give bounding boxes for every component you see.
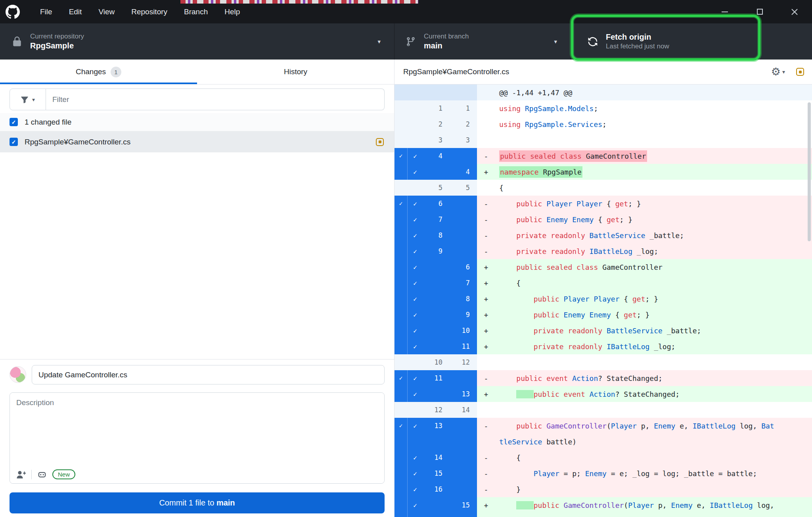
diff-group-checkbox[interactable] [395,323,408,338]
filter-button[interactable]: ▾ [10,88,46,110]
diff-line-checkbox[interactable]: ✓ [408,243,423,259]
commit-button[interactable]: Commit 1 file to main [10,492,385,513]
diff-code-cell [495,132,812,148]
diff-row: 33 [395,132,812,148]
diff-scrollbar-thumb[interactable] [808,102,811,241]
diff-code-cell: using RpgSample.Services; [495,116,812,132]
diff-line-checkbox[interactable]: ✓ [408,164,423,180]
diff-group-checkbox[interactable] [395,164,408,180]
diff-line-checkbox[interactable]: ✓ [408,148,423,164]
diff-line-checkbox[interactable]: ✓ [408,323,423,338]
diff-row: ✓7- public Enemy Enemy { get; } [395,211,812,227]
diff-old-line-number: 3 [423,132,446,148]
diff-group-checkbox[interactable]: ✓ [395,370,408,386]
diff-line-checkbox[interactable]: ✓ [408,386,423,402]
diff-row: ✓14- { [395,450,812,465]
diff-group-checkbox[interactable] [395,211,408,227]
diff-code-cell: public GameController(Player p, Enemy e,… [495,418,812,434]
diff-line-checkbox[interactable]: ✓ [408,465,423,481]
diff-group-checkbox[interactable] [395,481,408,497]
diff-line-checkbox[interactable]: ✓ [408,450,423,465]
diff-group-checkbox[interactable] [395,307,408,323]
minimize-button[interactable] [707,0,742,23]
diff-group-checkbox[interactable] [395,434,408,450]
diff-line-checkbox[interactable]: ✓ [408,338,423,354]
diff-old-line-number [423,259,446,275]
diff-group-checkbox[interactable] [395,497,408,513]
current-repository-button[interactable]: Current repository RpgSample ▾ [0,23,395,60]
diff-code-cell: { [495,180,812,196]
diff-new-line-number: 9 [446,307,477,323]
file-row[interactable]: ✓ RpgSample¥GameController.cs [0,131,394,152]
menu-edit[interactable]: Edit [61,0,90,23]
menu-repository[interactable]: Repository [123,0,176,23]
diff-old-line-number: 5 [423,180,446,196]
diff-old-line-number [423,497,446,513]
diff-marker-cell: + [477,323,495,338]
diff-code-cell: namespace RpgSample [495,164,812,180]
fetch-origin-button[interactable]: Fetch origin Last fetched just now [571,23,812,60]
diff-new-line-number: 4 [446,164,477,180]
diff-line-checkbox[interactable]: ✓ [408,497,423,513]
diff-group-checkbox[interactable] [395,291,408,307]
diff-new-line-number [446,227,477,243]
diff-group-checkbox[interactable] [395,386,408,402]
diff-code-cell: private readonly IBattleLog _log; [495,243,812,259]
diff-old-line-number: 13 [423,418,446,434]
commit-summary-input[interactable] [32,365,385,384]
diff-marker-cell: - [477,211,495,227]
diff-old-line-number [423,386,446,402]
git-branch-icon [406,37,416,47]
diff-marker-cell [477,116,495,132]
diff-line-checkbox[interactable]: ✓ [408,481,423,497]
diff-line-checkbox[interactable]: ✓ [408,196,423,211]
diff-row: ✓15+ public GameController(Player p, Ene… [395,497,812,513]
diff-group-checkbox[interactable] [395,513,408,517]
diff-marker-cell [477,85,495,100]
add-coauthor-icon[interactable] [16,470,26,479]
diff-old-line-number: 8 [423,227,446,243]
diff-line-checkbox[interactable]: ✓ [408,418,423,434]
maximize-button[interactable] [742,0,777,23]
tab-history[interactable]: History [197,60,394,84]
changed-files-header: ✓ 1 changed file [0,113,394,131]
diff-group-checkbox[interactable]: ✓ [395,148,408,164]
diff-group-checkbox[interactable] [395,450,408,465]
diff-group-checkbox[interactable] [395,465,408,481]
tab-changes[interactable]: Changes 1 [0,60,197,84]
diff-group-checkbox[interactable] [395,227,408,243]
diff-row: tleService battle) [395,434,812,450]
current-branch-button[interactable]: Current branch main ▾ [395,23,571,60]
diff-line-checkbox[interactable]: ✓ [408,211,423,227]
diff-line-checkbox[interactable] [408,434,423,450]
menu-view[interactable]: View [90,0,123,23]
diff-line-checkbox[interactable]: ✓ [408,275,423,291]
diff-new-line-number: 11 [446,338,477,354]
diff-group-checkbox[interactable] [395,259,408,275]
filter-input[interactable] [46,88,385,110]
diff-line-checkbox[interactable]: ✓ [408,259,423,275]
copilot-icon[interactable] [37,470,47,479]
select-all-checkbox[interactable]: ✓ [10,118,18,126]
file-name: RpgSample¥GameController.cs [25,138,130,146]
diff-line-checkbox[interactable]: ✓ [408,307,423,323]
diff-line-checkbox[interactable] [408,513,423,517]
diff-line-checkbox[interactable]: ✓ [408,370,423,386]
diff-group-checkbox[interactable] [395,243,408,259]
changes-history-tabs: Changes 1 History [0,60,395,85]
file-checkbox[interactable]: ✓ [10,138,18,146]
diff-old-line-number: 7 [423,211,446,227]
diff-line-checkbox[interactable]: ✓ [408,291,423,307]
diff-code-cell [495,354,812,370]
close-button[interactable] [777,0,812,23]
diff-group-checkbox[interactable]: ✓ [395,196,408,211]
diff-code-cell: public Enemy Enemy { get; } [495,307,812,323]
diff-line-checkbox[interactable]: ✓ [408,227,423,243]
diff-group-checkbox[interactable]: ✓ [395,418,408,434]
menu-file[interactable]: File [32,0,61,23]
diff-row: ✓16- } [395,481,812,497]
diff-group-checkbox[interactable] [395,275,408,291]
diff-group-checkbox[interactable] [395,338,408,354]
diff-row: ✓15- Player = p; Enemy = e; _log = log; … [395,465,812,481]
diff-options-button[interactable]: ⚙ ▾ [771,67,785,77]
